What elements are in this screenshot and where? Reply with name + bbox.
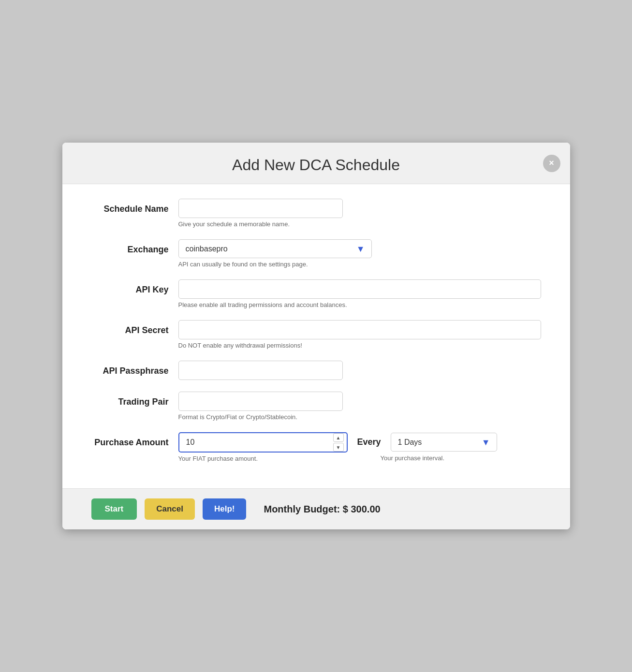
api-key-field-wrapper: Please enable all trading permissions an… xyxy=(178,279,541,308)
modal-footer: Start Cancel Help! Monthly Budget: $ 300… xyxy=(62,488,570,529)
schedule-name-input[interactable] xyxy=(178,199,343,218)
api-passphrase-input[interactable] xyxy=(178,361,343,380)
api-passphrase-row: API Passphrase xyxy=(91,361,541,380)
api-secret-hint: Do NOT enable any withdrawal permissions… xyxy=(178,342,541,349)
monthly-budget-label: Monthly Budget: xyxy=(264,504,340,514)
purchase-amount-decrement[interactable]: ▼ xyxy=(333,443,344,452)
api-key-label: API Key xyxy=(91,279,178,295)
every-header: Every 1 Days 2 Days 3 Days 7 Days 14 Day… xyxy=(348,432,497,452)
api-key-input[interactable] xyxy=(178,279,541,299)
every-label: Every xyxy=(348,432,391,452)
close-button[interactable]: × xyxy=(543,155,560,172)
api-secret-label: API Secret xyxy=(91,320,178,336)
api-passphrase-field-wrapper xyxy=(178,361,541,380)
schedule-name-row: Schedule Name Give your schedule a memor… xyxy=(91,199,541,228)
api-passphrase-label: API Passphrase xyxy=(91,361,178,377)
interval-select-wrapper: 1 Days 2 Days 3 Days 7 Days 14 Days 30 D… xyxy=(391,433,497,452)
exchange-select-wrapper: coinbasepro binance kraken gemini ▼ xyxy=(178,239,372,258)
exchange-label: Exchange xyxy=(91,239,178,255)
monthly-budget: Monthly Budget: $ 300.00 xyxy=(264,504,380,515)
modal-body: Schedule Name Give your schedule a memor… xyxy=(62,184,570,488)
cancel-button[interactable]: Cancel xyxy=(145,498,195,520)
purchase-amount-label: Purchase Amount xyxy=(91,432,178,448)
modal-header: Add New DCA Schedule × xyxy=(62,143,570,184)
api-key-hint: Please enable all trading permissions an… xyxy=(178,301,541,308)
trading-pair-row: Trading Pair Format is Crypto/Fiat or Cr… xyxy=(91,392,541,421)
purchase-section: ▲ ▼ Your FIAT purchase amount. xyxy=(178,432,348,462)
modal-title: Add New DCA Schedule xyxy=(72,156,560,174)
purchase-amount-field-wrapper: ▲ ▼ Your FIAT purchase amount. Every xyxy=(178,432,541,462)
purchase-amount-spinner: ▲ ▼ xyxy=(333,433,344,452)
exchange-field-wrapper: coinbasepro binance kraken gemini ▼ API … xyxy=(178,239,541,268)
purchase-fields-row: ▲ ▼ Your FIAT purchase amount. Every xyxy=(178,432,541,462)
purchase-amount-row: Purchase Amount ▲ ▼ Your FIAT purcha xyxy=(91,432,541,462)
exchange-row: Exchange coinbasepro binance kraken gemi… xyxy=(91,239,541,268)
start-button[interactable]: Start xyxy=(91,498,137,520)
exchange-hint: API can usually be found on the settings… xyxy=(178,261,541,268)
trading-pair-label: Trading Pair xyxy=(91,392,178,408)
api-key-row: API Key Please enable all trading permis… xyxy=(91,279,541,308)
interval-hint: Your purchase interval. xyxy=(348,454,445,462)
schedule-name-label: Schedule Name xyxy=(91,199,178,215)
trading-pair-input[interactable] xyxy=(178,392,343,411)
purchase-amount-input[interactable] xyxy=(178,432,348,453)
every-section: Every 1 Days 2 Days 3 Days 7 Days 14 Day… xyxy=(348,432,497,462)
purchase-amount-wrapper: ▲ ▼ xyxy=(178,432,348,453)
add-dca-modal: Add New DCA Schedule × Schedule Name Giv… xyxy=(62,143,570,529)
api-secret-row: API Secret Do NOT enable any withdrawal … xyxy=(91,320,541,349)
monthly-budget-value: $ 300.00 xyxy=(343,504,381,514)
interval-select[interactable]: 1 Days 2 Days 3 Days 7 Days 14 Days 30 D… xyxy=(391,433,497,452)
trading-pair-field-wrapper: Format is Crypto/Fiat or Crypto/Stableco… xyxy=(178,392,541,421)
purchase-amount-hint: Your FIAT purchase amount. xyxy=(178,455,348,462)
schedule-name-field-wrapper: Give your schedule a memorable name. xyxy=(178,199,541,228)
help-button[interactable]: Help! xyxy=(203,498,247,520)
schedule-name-hint: Give your schedule a memorable name. xyxy=(178,220,541,228)
trading-pair-hint: Format is Crypto/Fiat or Crypto/Stableco… xyxy=(178,413,541,421)
api-secret-input[interactable] xyxy=(178,320,541,339)
purchase-amount-increment[interactable]: ▲ xyxy=(333,433,344,442)
exchange-select[interactable]: coinbasepro binance kraken gemini xyxy=(178,239,372,258)
api-secret-field-wrapper: Do NOT enable any withdrawal permissions… xyxy=(178,320,541,349)
